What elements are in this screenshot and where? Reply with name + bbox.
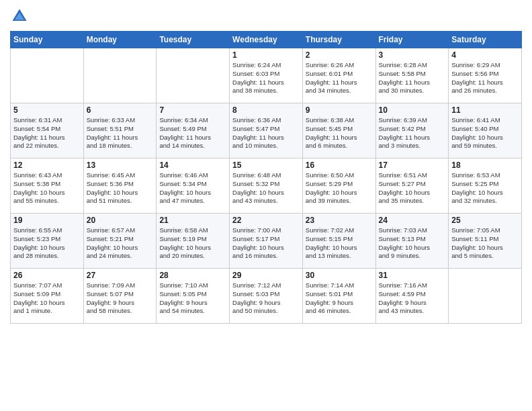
calendar-week-row: 26Sunrise: 7:07 AM Sunset: 5:09 PM Dayli… [11,269,522,324]
calendar-cell: 25Sunrise: 7:05 AM Sunset: 5:11 PM Dayli… [449,214,522,269]
calendar-cell: 26Sunrise: 7:07 AM Sunset: 5:09 PM Dayli… [11,269,84,324]
weekday-header: Tuesday [157,32,230,48]
day-info: Sunrise: 6:24 AM Sunset: 6:03 PM Dayligh… [232,61,300,95]
day-info: Sunrise: 7:10 AM Sunset: 5:05 PM Dayligh… [159,281,226,316]
calendar-cell [83,48,157,103]
calendar-cell [449,269,522,324]
day-info: Sunrise: 7:09 AM Sunset: 5:07 PM Dayligh… [87,281,154,316]
calendar-week-row: 5Sunrise: 6:31 AM Sunset: 5:54 PM Daylig… [11,103,522,158]
calendar-cell: 8Sunrise: 6:36 AM Sunset: 5:47 PM Daylig… [230,103,303,158]
day-number: 13 [87,161,154,170]
day-number: 14 [159,161,226,170]
day-number: 6 [87,105,154,115]
calendar-cell [11,48,84,103]
calendar-week-row: 1Sunrise: 6:24 AM Sunset: 6:03 PM Daylig… [11,48,522,103]
calendar-cell: 6Sunrise: 6:33 AM Sunset: 5:51 PM Daylig… [83,103,157,158]
weekday-header: Sunday [11,32,84,48]
day-info: Sunrise: 6:33 AM Sunset: 5:51 PM Dayligh… [87,116,154,150]
header [10,7,522,26]
day-info: Sunrise: 6:41 AM Sunset: 5:40 PM Dayligh… [451,116,519,150]
day-number: 17 [379,161,446,170]
calendar-cell: 17Sunrise: 6:51 AM Sunset: 5:27 PM Dayli… [375,158,449,214]
day-info: Sunrise: 7:00 AM Sunset: 5:17 PM Dayligh… [232,226,300,261]
calendar-cell: 4Sunrise: 6:29 AM Sunset: 5:56 PM Daylig… [449,48,522,103]
day-info: Sunrise: 6:43 AM Sunset: 5:38 PM Dayligh… [13,171,81,205]
day-info: Sunrise: 6:58 AM Sunset: 5:19 PM Dayligh… [159,226,226,261]
day-info: Sunrise: 7:16 AM Sunset: 4:59 PM Dayligh… [379,281,446,316]
logo [10,7,32,26]
day-number: 7 [159,105,226,115]
calendar-cell: 21Sunrise: 6:58 AM Sunset: 5:19 PM Dayli… [157,214,230,269]
day-number: 11 [451,105,519,115]
calendar-cell: 12Sunrise: 6:43 AM Sunset: 5:38 PM Dayli… [11,158,84,214]
weekday-header: Thursday [302,32,375,48]
day-info: Sunrise: 6:53 AM Sunset: 5:25 PM Dayligh… [451,171,519,205]
day-info: Sunrise: 7:12 AM Sunset: 5:03 PM Dayligh… [232,281,300,316]
day-number: 25 [451,216,519,225]
day-info: Sunrise: 6:28 AM Sunset: 5:58 PM Dayligh… [379,61,446,95]
day-number: 10 [379,105,446,115]
calendar-cell: 20Sunrise: 6:57 AM Sunset: 5:21 PM Dayli… [83,214,157,269]
day-info: Sunrise: 6:38 AM Sunset: 5:45 PM Dayligh… [306,116,373,150]
day-info: Sunrise: 6:57 AM Sunset: 5:21 PM Dayligh… [87,226,154,261]
calendar-cell: 10Sunrise: 6:39 AM Sunset: 5:42 PM Dayli… [375,103,449,158]
calendar-cell: 24Sunrise: 7:03 AM Sunset: 5:13 PM Dayli… [375,214,449,269]
calendar-cell: 15Sunrise: 6:48 AM Sunset: 5:32 PM Dayli… [230,158,303,214]
calendar: SundayMondayTuesdayWednesdayThursdayFrid… [10,31,522,324]
day-number: 5 [13,105,81,115]
weekday-header: Monday [83,32,157,48]
day-number: 2 [306,50,373,60]
day-info: Sunrise: 7:05 AM Sunset: 5:11 PM Dayligh… [451,226,519,261]
day-info: Sunrise: 6:51 AM Sunset: 5:27 PM Dayligh… [379,171,446,205]
day-number: 15 [232,161,300,170]
day-info: Sunrise: 6:34 AM Sunset: 5:49 PM Dayligh… [159,116,226,150]
calendar-cell: 23Sunrise: 7:02 AM Sunset: 5:15 PM Dayli… [302,214,375,269]
calendar-cell: 22Sunrise: 7:00 AM Sunset: 5:17 PM Dayli… [230,214,303,269]
logo-icon [10,7,29,26]
day-number: 18 [451,161,519,170]
day-info: Sunrise: 6:31 AM Sunset: 5:54 PM Dayligh… [13,116,81,150]
day-info: Sunrise: 7:07 AM Sunset: 5:09 PM Dayligh… [13,281,81,316]
calendar-cell: 28Sunrise: 7:10 AM Sunset: 5:05 PM Dayli… [157,269,230,324]
day-info: Sunrise: 7:14 AM Sunset: 5:01 PM Dayligh… [306,281,373,316]
day-number: 23 [306,216,373,225]
weekday-header: Friday [375,32,449,48]
day-info: Sunrise: 6:45 AM Sunset: 5:36 PM Dayligh… [87,171,154,205]
calendar-cell: 27Sunrise: 7:09 AM Sunset: 5:07 PM Dayli… [83,269,157,324]
day-info: Sunrise: 6:26 AM Sunset: 6:01 PM Dayligh… [306,61,373,95]
day-info: Sunrise: 6:36 AM Sunset: 5:47 PM Dayligh… [232,116,300,150]
calendar-cell: 9Sunrise: 6:38 AM Sunset: 5:45 PM Daylig… [302,103,375,158]
calendar-cell: 5Sunrise: 6:31 AM Sunset: 5:54 PM Daylig… [11,103,84,158]
day-number: 22 [232,216,300,225]
day-number: 4 [451,50,519,60]
day-info: Sunrise: 6:46 AM Sunset: 5:34 PM Dayligh… [159,171,226,205]
day-number: 21 [159,216,226,225]
day-number: 27 [87,271,154,280]
day-info: Sunrise: 6:29 AM Sunset: 5:56 PM Dayligh… [451,61,519,95]
day-info: Sunrise: 7:03 AM Sunset: 5:13 PM Dayligh… [379,226,446,261]
calendar-cell: 18Sunrise: 6:53 AM Sunset: 5:25 PM Dayli… [449,158,522,214]
day-number: 12 [13,161,81,170]
day-info: Sunrise: 7:02 AM Sunset: 5:15 PM Dayligh… [306,226,373,261]
day-number: 24 [379,216,446,225]
calendar-week-row: 19Sunrise: 6:55 AM Sunset: 5:23 PM Dayli… [11,214,522,269]
day-number: 3 [379,50,446,60]
calendar-week-row: 12Sunrise: 6:43 AM Sunset: 5:38 PM Dayli… [11,158,522,214]
day-number: 9 [306,105,373,115]
day-number: 28 [159,271,226,280]
day-info: Sunrise: 6:50 AM Sunset: 5:29 PM Dayligh… [306,171,373,205]
calendar-cell: 29Sunrise: 7:12 AM Sunset: 5:03 PM Dayli… [230,269,303,324]
weekday-header: Saturday [449,32,522,48]
weekday-header-row: SundayMondayTuesdayWednesdayThursdayFrid… [11,32,522,48]
day-info: Sunrise: 6:55 AM Sunset: 5:23 PM Dayligh… [13,226,81,261]
calendar-cell: 16Sunrise: 6:50 AM Sunset: 5:29 PM Dayli… [302,158,375,214]
day-number: 20 [87,216,154,225]
day-number: 19 [13,216,81,225]
day-number: 30 [306,271,373,280]
calendar-cell: 14Sunrise: 6:46 AM Sunset: 5:34 PM Dayli… [157,158,230,214]
day-number: 29 [232,271,300,280]
weekday-header: Wednesday [230,32,303,48]
calendar-cell: 2Sunrise: 6:26 AM Sunset: 6:01 PM Daylig… [302,48,375,103]
calendar-cell: 13Sunrise: 6:45 AM Sunset: 5:36 PM Dayli… [83,158,157,214]
calendar-cell: 1Sunrise: 6:24 AM Sunset: 6:03 PM Daylig… [230,48,303,103]
